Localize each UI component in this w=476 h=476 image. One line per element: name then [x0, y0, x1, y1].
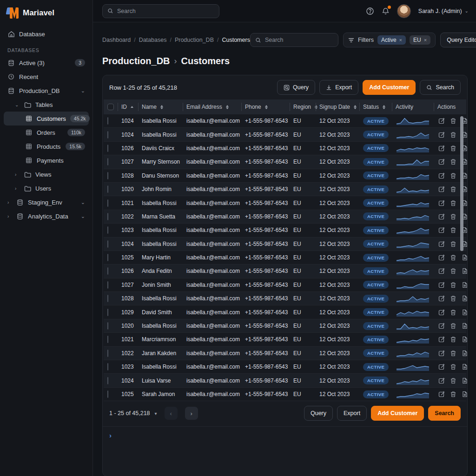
sidebar-item-production-db[interactable]: Production_DB ⌄ [4, 84, 89, 98]
row-checkbox[interactable] [107, 295, 108, 302]
filter-chip-active[interactable]: Active × [377, 35, 406, 45]
query-editor-button[interactable]: Query Editor [440, 33, 476, 47]
sidebar-item-users[interactable]: › Users [4, 181, 89, 195]
delete-icon[interactable] [450, 254, 456, 261]
search-button[interactable]: Search [428, 406, 461, 421]
help-icon[interactable] [366, 7, 374, 15]
column-header-name[interactable]: Name [138, 99, 183, 114]
row-checkbox[interactable] [107, 226, 108, 234]
table-search-input[interactable] [265, 37, 333, 43]
sidebar-item-database[interactable]: Database [4, 27, 89, 41]
user-menu[interactable]: Sarah J. (Admin) ⌄ [418, 8, 469, 14]
close-icon[interactable]: × [424, 37, 427, 43]
sidebar-item-customers[interactable]: Customers 45.2k [4, 112, 89, 126]
edit-icon[interactable] [438, 391, 445, 397]
next-page-button[interactable]: › [185, 407, 198, 420]
row-checkbox[interactable] [107, 117, 108, 125]
chevron-down-icon[interactable]: ⌄ [81, 88, 85, 94]
sidebar-item-active[interactable]: Active (3) 3 [4, 56, 89, 70]
console-prompt[interactable]: › [103, 427, 467, 439]
delete-icon[interactable] [450, 323, 456, 329]
column-header-signup-date[interactable]: Signup Date [316, 99, 359, 114]
export-button[interactable]: Export [319, 80, 358, 95]
chevron-down-icon[interactable]: ▾ [155, 411, 157, 416]
delete-icon[interactable] [450, 391, 456, 397]
document-icon[interactable] [462, 268, 468, 274]
document-icon[interactable] [462, 295, 468, 302]
row-checkbox[interactable] [107, 322, 108, 330]
add-customer-button[interactable]: Add Customer [363, 80, 416, 95]
edit-icon[interactable] [438, 336, 445, 343]
notifications-bell-icon[interactable] [382, 7, 390, 15]
export-button[interactable]: Export [337, 406, 367, 421]
column-header-region[interactable]: Region [290, 99, 316, 114]
filter-chip-eu[interactable]: EU × [410, 35, 430, 45]
delete-icon[interactable] [450, 268, 456, 274]
row-checkbox[interactable] [107, 377, 108, 384]
add-customer-button[interactable]: Add Customer [371, 406, 424, 421]
delete-icon[interactable] [450, 118, 456, 124]
row-checkbox[interactable] [107, 281, 108, 289]
sidebar-item-staging-env[interactable]: › Staging_Env ⌄ [4, 195, 89, 209]
edit-icon[interactable] [438, 282, 445, 288]
row-checkbox[interactable] [107, 213, 108, 220]
delete-icon[interactable] [450, 309, 456, 316]
delete-icon[interactable] [450, 336, 456, 343]
column-header-select[interactable] [104, 99, 118, 114]
breadcrumb-databases[interactable]: Databases [139, 37, 167, 43]
edit-icon[interactable] [438, 186, 445, 192]
delete-icon[interactable] [450, 227, 456, 233]
filters-bar[interactable]: Filters Active × EU × [343, 33, 436, 47]
row-checkbox[interactable] [107, 131, 108, 139]
delete-icon[interactable] [450, 350, 456, 357]
sidebar-item-recent[interactable]: Recent [4, 70, 89, 84]
chevron-down-icon[interactable]: ⌄ [81, 213, 85, 219]
search-button[interactable]: Search [420, 80, 461, 95]
user-avatar[interactable] [397, 4, 411, 18]
edit-icon[interactable] [438, 145, 445, 152]
edit-icon[interactable] [438, 268, 445, 274]
sidebar-item-products[interactable]: Products 15.5k [4, 139, 89, 153]
delete-icon[interactable] [450, 295, 456, 302]
edit-icon[interactable] [438, 295, 445, 302]
delete-icon[interactable] [450, 364, 456, 370]
select-all-checkbox[interactable] [107, 104, 114, 110]
edit-icon[interactable] [438, 132, 445, 138]
edit-icon[interactable] [438, 172, 445, 179]
edit-icon[interactable] [438, 323, 445, 329]
column-header-id[interactable]: ID [118, 99, 138, 114]
delete-icon[interactable] [450, 213, 456, 220]
edit-icon[interactable] [438, 159, 445, 165]
delete-icon[interactable] [450, 159, 456, 165]
sort-icon[interactable] [265, 105, 268, 109]
row-checkbox[interactable] [107, 267, 108, 275]
delete-icon[interactable] [450, 145, 456, 152]
document-icon[interactable] [462, 377, 468, 384]
sort-icon[interactable] [226, 105, 229, 109]
document-icon[interactable] [462, 254, 468, 261]
row-checkbox[interactable] [107, 199, 108, 207]
sidebar-item-analytics-data[interactable]: › Analytics_Data ⌄ [4, 209, 89, 223]
prev-page-button[interactable]: ‹ [165, 407, 178, 420]
row-checkbox[interactable] [107, 172, 108, 179]
chevron-down-icon[interactable]: ⌄ [81, 199, 85, 205]
document-icon[interactable] [462, 350, 468, 357]
sidebar-item-tables[interactable]: ⌄ Tables [4, 98, 89, 112]
edit-icon[interactable] [438, 118, 445, 124]
sort-icon[interactable] [160, 105, 163, 109]
sort-icon[interactable] [131, 106, 133, 108]
document-icon[interactable] [462, 282, 468, 288]
row-checkbox[interactable] [107, 240, 108, 248]
delete-icon[interactable] [450, 132, 456, 138]
edit-icon[interactable] [438, 241, 445, 247]
document-icon[interactable] [462, 323, 468, 329]
edit-icon[interactable] [438, 254, 445, 261]
global-search-input[interactable] [117, 8, 214, 14]
document-icon[interactable] [462, 309, 468, 316]
delete-icon[interactable] [450, 186, 456, 192]
table-search[interactable] [250, 33, 338, 47]
delete-icon[interactable] [450, 377, 456, 384]
sort-icon[interactable] [354, 105, 357, 109]
vertical-scrollbar[interactable] [460, 116, 463, 251]
query-button[interactable]: Query [277, 80, 315, 95]
